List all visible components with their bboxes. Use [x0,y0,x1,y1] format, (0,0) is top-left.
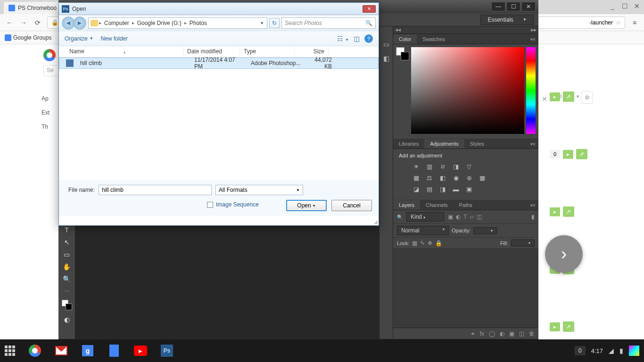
tab-color[interactable]: Color [393,34,417,44]
brightness-icon[interactable]: ☀ [412,162,421,171]
new-fill-icon[interactable]: ◐ [500,330,504,337]
panel-collapse-bar[interactable]: ◂◂▸▸ [393,26,538,34]
ps-minimize-button[interactable]: — [491,2,505,11]
color-field[interactable] [411,47,524,134]
apps-launcher-button[interactable] [5,346,15,356]
resize-grip-icon[interactable]: ◢ [374,219,378,224]
hue-slider[interactable] [526,47,536,134]
history-panel-icon[interactable]: ▭ [383,41,389,48]
page-close-icon[interactable]: ✕ [542,95,547,103]
foreground-background-swatch[interactable] [396,47,409,136]
wifi-icon[interactable]: ◢ [609,347,614,354]
breadcrumb-segment[interactable]: Google Drive (G:) [135,20,183,26]
lock-trans-icon[interactable]: ▦ [412,240,417,247]
share-button[interactable]: ⇗ [563,206,574,217]
link-layers-icon[interactable]: ⚭ [471,330,475,337]
filter-type-icon[interactable]: T [463,214,467,220]
side-item[interactable]: Th [41,120,50,134]
cancel-button[interactable]: Cancel [331,200,372,211]
layer-filter-kind[interactable]: Kind ▾ [406,212,444,222]
next-arrow-button[interactable]: › [545,235,583,273]
color-balance-icon[interactable]: ⚖ [425,173,434,182]
panel-menu-icon[interactable]: ▾≡ [528,140,538,148]
badge-button[interactable]: ▸ [550,92,560,101]
hue-sat-icon[interactable]: ▦ [412,173,421,182]
path-select-tool[interactable]: ↖ [61,237,73,248]
type-tool[interactable]: T [61,224,73,236]
open-button[interactable]: Open ▼ [286,200,327,211]
edit-toolbar-icon[interactable]: ⋯ [61,286,73,297]
breadcrumb-segment[interactable]: Photos [188,20,209,26]
share-button[interactable]: ⇗ [563,91,574,102]
bw-icon[interactable]: ◧ [438,173,447,182]
gmail-taskbar-icon[interactable] [55,344,68,357]
chrome-menu-button[interactable]: ≡ [630,18,639,27]
gradient-map-icon[interactable]: ▬ [452,185,460,193]
filter-pixel-icon[interactable]: ▣ [448,214,453,220]
view-mode-button[interactable]: ☷ ▼ [337,35,349,42]
layer-list[interactable] [393,249,538,328]
tab-swatches[interactable]: Swatches [417,34,451,44]
dialog-close-button[interactable]: ✕ [363,5,376,13]
layer-mask-icon[interactable]: ◯ [489,330,495,337]
help-button[interactable]: ? [364,34,373,43]
share-button[interactable]: ⇗ [563,321,574,332]
notification-count[interactable]: 0 [575,346,586,355]
badge-button[interactable]: ▸ [563,150,573,159]
filter-adjust-icon[interactable]: ◐ [456,214,461,220]
tab-libraries[interactable]: Libraries [393,139,424,148]
reload-button[interactable]: ⟳ [33,18,42,27]
chrome-close-button[interactable]: ✕ [633,2,641,10]
file-format-select[interactable]: All Formats ▼ [215,185,303,195]
delete-layer-icon[interactable]: 🗑 [529,330,535,337]
star-icon[interactable]: ☆ [616,19,621,26]
color-swatch-fg-bg[interactable] [62,300,72,310]
file-row[interactable]: hill climb 11/17/2014 4:07 PM Adobe Phot… [59,58,379,69]
docs-taskbar-icon[interactable] [107,344,121,357]
header-date[interactable]: Date modified [183,46,240,57]
new-layer-icon[interactable]: ◫ [519,330,524,337]
side-item[interactable]: Ext [41,106,50,120]
levels-icon[interactable]: ▥ [425,162,434,171]
selective-color-icon[interactable]: ▣ [465,185,473,193]
new-group-icon[interactable]: ▣ [509,330,514,337]
refresh-button[interactable]: ↻ [269,18,280,28]
breadcrumb[interactable]: ▸ Computer ▸ Google Drive (G:) ▸ Photos … [88,17,267,29]
side-item[interactable]: Ap [41,91,50,106]
dialog-titlebar[interactable]: Ps Open ✕ [59,3,379,15]
workspace-selector[interactable]: Essentials ▼ [480,15,534,25]
lock-image-icon[interactable]: ✎ [420,240,425,247]
blend-mode-select[interactable]: Normal ▾ [397,226,449,235]
lock-pos-icon[interactable]: ✥ [428,240,432,247]
threshold-icon[interactable]: ◨ [438,185,447,193]
rectangle-tool[interactable]: ▭ [61,249,73,260]
header-type[interactable]: Type [240,46,295,57]
zoom-tool[interactable]: 🔍 [61,273,73,285]
organize-button[interactable]: Organize ▼ [65,35,93,42]
image-sequence-checkbox[interactable] [207,202,213,208]
chevron-right-icon[interactable]: ▸ [99,20,101,25]
tab-layers[interactable]: Layers [393,200,420,210]
quick-mask-tool[interactable]: ◐ [61,314,73,325]
tab-styles[interactable]: Styles [464,139,490,148]
breadcrumb-segment[interactable]: Computer [102,20,131,26]
curves-icon[interactable]: ⧄ [438,162,447,171]
bookmark-google-groups[interactable]: Google Groups [5,34,51,41]
color-lookup-icon[interactable]: ▦ [478,173,487,182]
google-taskbar-icon[interactable]: g [81,344,94,357]
battery-icon[interactable]: ▮ [619,347,623,354]
tab-adjustments[interactable]: Adjustments [424,139,464,148]
youtube-taskbar-icon[interactable]: ▶ [134,344,147,357]
invert-icon[interactable]: ◪ [412,185,421,193]
chevron-right-icon[interactable]: ▸ [184,20,187,25]
clock[interactable]: 4:17 [591,347,603,354]
photo-filter-icon[interactable]: ◉ [452,173,460,182]
properties-panel-icon[interactable]: ◧ [383,55,389,62]
chrome-taskbar-icon[interactable] [28,344,41,357]
badge-button[interactable]: ▸ [550,322,560,331]
file-list[interactable]: hill climb 11/17/2014 4:07 PM Adobe Phot… [59,58,379,180]
new-folder-button[interactable]: New folder [101,35,128,42]
back-button[interactable]: ← [5,18,14,27]
vibrance-icon[interactable]: ▽ [465,162,473,171]
filter-shape-icon[interactable]: ▱ [470,214,474,220]
